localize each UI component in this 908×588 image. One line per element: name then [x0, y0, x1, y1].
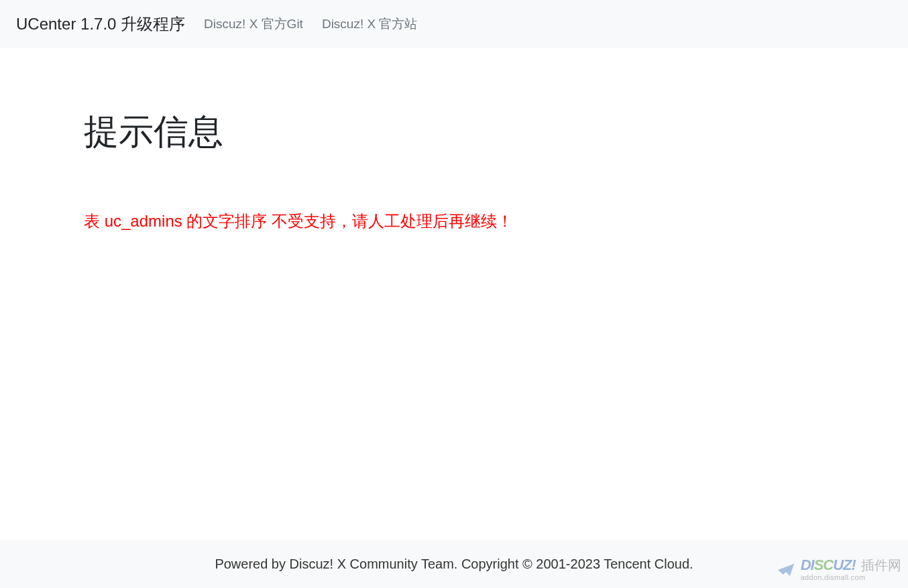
footer: Powered by Discuz! X Community Team. Cop… — [0, 540, 908, 588]
error-message: 表 uc_admins 的文字排序 不受支持，请人工处理后再继续！ — [84, 209, 824, 233]
page-title: 提示信息 — [84, 109, 824, 156]
watermark-text: DISCUZ! 插件网 addon.dismall.com — [801, 558, 901, 581]
nav-link-git[interactable]: Discuz! X 官方Git — [204, 15, 303, 33]
navbar-brand: UCenter 1.7.0 升级程序 — [16, 13, 185, 35]
watermark-cn: 插件网 — [861, 558, 901, 573]
watermark-brand: DISCUZ! — [801, 556, 859, 573]
paper-plane-icon — [777, 561, 797, 579]
watermark: DISCUZ! 插件网 addon.dismall.com — [777, 558, 901, 581]
footer-copyright: Powered by Discuz! X Community Team. Cop… — [215, 556, 693, 571]
nav-link-official[interactable]: Discuz! X 官方站 — [322, 15, 418, 33]
watermark-url: addon.dismall.com — [801, 574, 866, 581]
main-content: 提示信息 表 uc_admins 的文字排序 不受支持，请人工处理后再继续！ — [0, 48, 908, 540]
navbar: UCenter 1.7.0 升级程序 Discuz! X 官方Git Discu… — [0, 0, 908, 48]
